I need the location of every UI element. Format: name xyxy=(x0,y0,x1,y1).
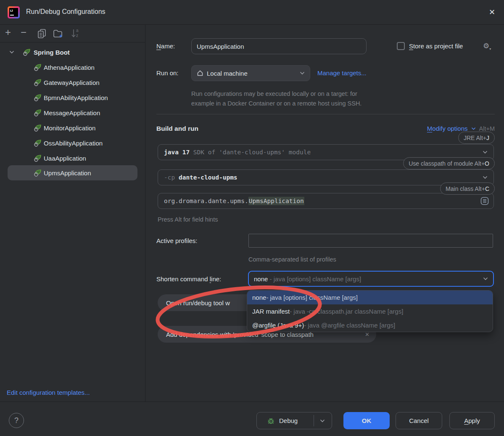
apply-button[interactable]: Apply xyxy=(449,412,495,429)
chevron-down-icon xyxy=(483,151,488,154)
spring-boot-icon xyxy=(34,154,42,162)
tree-item-label: OssAbilityApplication xyxy=(44,140,103,147)
edit-configuration-templates-link[interactable]: Edit configuration templates... xyxy=(7,389,90,396)
tree-item-uaa[interactable]: UaaApplication xyxy=(0,151,145,166)
sort-z-glyph: z xyxy=(76,33,78,38)
shorten-command-line-select[interactable]: none - java [options] className [args] xyxy=(248,271,494,287)
debug-split-divider xyxy=(314,415,314,426)
tree-item-upms-selected[interactable]: UpmsApplication xyxy=(0,165,145,180)
spring-boot-icon xyxy=(34,63,42,71)
jre-hint-pill: JRE Alt+J xyxy=(458,132,495,144)
chevron-down-icon xyxy=(483,176,488,179)
spring-boot-icon xyxy=(34,78,42,87)
tree-item-label: UaaApplication xyxy=(44,155,86,162)
store-as-project-file-label[interactable]: Store as project file xyxy=(409,42,463,50)
section-divider xyxy=(156,114,495,114)
main-class-field[interactable]: org.dromara.dante.upms.UpmsApplication xyxy=(158,193,494,209)
debug-split-button[interactable]: Debug xyxy=(256,412,332,429)
sort-a-glyph: a xyxy=(76,28,79,33)
add-configuration-icon[interactable]: + xyxy=(5,26,11,38)
jre-value: java 17 SDK of 'dante-cloud-upms' module xyxy=(164,149,311,156)
new-folder-icon[interactable]: + xyxy=(53,29,64,38)
shorten-value: none - java [options] className [args] xyxy=(254,275,361,283)
chevron-down-icon[interactable] xyxy=(471,127,476,130)
classpath-value: -cp dante-cloud-upms xyxy=(164,174,237,181)
tree-item-label: AthenaApplication xyxy=(44,64,95,71)
browse-main-class-icon[interactable] xyxy=(480,196,489,206)
modify-options-shortcut: Alt+M xyxy=(479,125,495,132)
name-input[interactable] xyxy=(191,38,367,54)
dialog-title: Run/Debug Configurations xyxy=(26,8,106,16)
chevron-down-icon xyxy=(483,277,488,280)
spring-boot-icon xyxy=(34,124,42,132)
press-alt-hint: Press Alt for field hints xyxy=(158,216,218,223)
gear-icon[interactable]: ⚙▾ xyxy=(483,42,491,51)
spring-boot-icon xyxy=(23,48,31,56)
close-icon[interactable]: ✕ xyxy=(489,8,495,17)
tree-item-label: GatewayApplication xyxy=(44,79,100,86)
house-icon xyxy=(197,70,203,77)
tree-item-bpmn[interactable]: BpmnAbilityApplication xyxy=(0,90,145,105)
chevron-down-icon[interactable] xyxy=(320,419,325,423)
title-bar: IJ Run/Debug Configurations ✕ xyxy=(0,0,504,25)
tree-item-message[interactable]: MessageApplication xyxy=(0,105,145,120)
build-and-run-title: Build and run xyxy=(156,125,198,132)
chevron-down-icon xyxy=(300,71,305,75)
tree-root-label: Spring Boot xyxy=(34,49,70,56)
dropdown-option-argfile[interactable]: @argfile (Java 9+) - java @argfile class… xyxy=(247,318,493,332)
help-icon: ? xyxy=(14,416,18,425)
tree-item-ossability[interactable]: OssAbilityApplication xyxy=(0,135,145,151)
run-on-value: Local machine xyxy=(207,70,248,77)
spring-boot-icon xyxy=(34,169,42,177)
dropdown-option-none[interactable]: none - java [options] className [args] xyxy=(247,291,493,304)
classpath-hint-pill: Use classpath of module Alt+O xyxy=(403,157,495,169)
run-on-help-line1: Run configurations may be executed local… xyxy=(191,90,357,97)
spring-boot-icon xyxy=(34,139,42,147)
intellij-logo-icon: IJ xyxy=(8,6,20,18)
debug-button-label: Debug xyxy=(279,417,298,424)
remove-configuration-icon[interactable]: − xyxy=(21,26,26,38)
dropdown-option-jar-manifest[interactable]: JAR manifest - java -cp classpath.jar cl… xyxy=(247,304,493,318)
manage-targets-link[interactable]: Manage targets... xyxy=(317,69,367,77)
tree-root-spring-boot[interactable]: Spring Boot xyxy=(0,45,145,60)
tree-item-label: MessageApplication xyxy=(44,109,100,116)
run-on-help-line2: example in a Docker Container or on a re… xyxy=(191,100,362,107)
shorten-dropdown-popup: none - java [options] className [args] J… xyxy=(247,290,493,332)
ok-button[interactable]: OK xyxy=(343,412,390,429)
active-profiles-label: Active profiles: xyxy=(156,237,198,244)
debug-bug-icon xyxy=(267,417,275,425)
tree-item-label: BpmnAbilityApplication xyxy=(44,94,108,101)
sidebar-separator xyxy=(145,25,145,402)
main-class-hint-pill: Main class Alt+C xyxy=(440,182,495,195)
chevron-down-icon[interactable] xyxy=(9,50,14,54)
shorten-command-line-label: Shorten command line: xyxy=(156,275,221,283)
run-debug-configurations-dialog: IJ Run/Debug Configurations ✕ + − + xyxy=(0,0,504,436)
tree-item-gateway[interactable]: GatewayApplication xyxy=(0,75,145,90)
open-run-debug-tool-label: Open run/debug tool w xyxy=(166,299,230,307)
spring-boot-icon xyxy=(34,108,42,117)
tree-item-label: UpmsApplication xyxy=(44,169,91,177)
modify-options-link[interactable]: Modify options xyxy=(427,125,468,132)
store-as-project-file-checkbox[interactable] xyxy=(397,42,405,50)
name-label: Name: xyxy=(156,42,175,50)
copy-configuration-icon[interactable] xyxy=(37,29,46,39)
cancel-button[interactable]: Cancel xyxy=(396,412,442,429)
tree-item-monitor[interactable]: MonitorApplication xyxy=(0,120,145,135)
active-profiles-input[interactable] xyxy=(248,234,493,248)
run-on-label: Run on: xyxy=(156,69,179,77)
sidebar-toolbar: + − + a z xyxy=(0,25,145,42)
footer-separator xyxy=(0,402,504,402)
main-class-value: org.dromara.dante.upms.UpmsApplication xyxy=(164,198,304,204)
modify-options-group: Modify options Alt+M xyxy=(427,125,495,132)
tree-item-label: MonitorApplication xyxy=(44,124,95,132)
tree-item-athena[interactable]: AthenaApplication xyxy=(0,60,145,75)
sort-alphabetically-icon[interactable]: a z xyxy=(71,28,81,39)
spring-boot-icon xyxy=(34,93,42,102)
run-on-select[interactable]: Local machine xyxy=(191,65,310,81)
help-button[interactable]: ? xyxy=(9,413,24,428)
svg-text:+: + xyxy=(59,33,63,38)
active-profiles-help: Comma-separated list of profiles xyxy=(248,256,336,263)
